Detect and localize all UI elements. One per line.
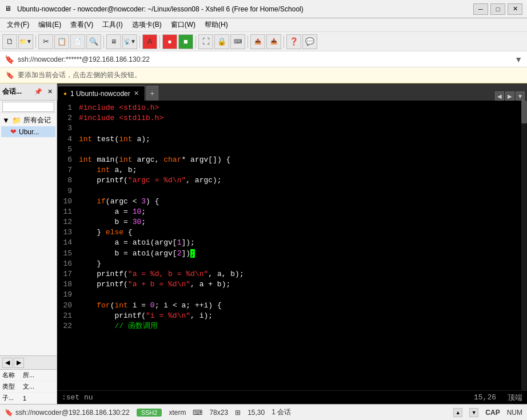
- close-button[interactable]: ✕: [508, 3, 522, 15]
- line-content-2: #include <stdlib.h>: [79, 113, 518, 123]
- line-content-8: printf("argc = %d\n", argc);: [79, 175, 518, 186]
- line-num-20: 20: [58, 301, 79, 311]
- line-num-3: 3: [58, 123, 79, 134]
- status-cursor-icon: ⊞: [235, 409, 241, 417]
- editor-tab-ubuntu[interactable]: ● 1 Ubuntu-nowcoder ✕: [57, 86, 145, 101]
- editor-status-bar: :set nu 15,26 顶端: [57, 390, 527, 404]
- code-line-20: 20 for(int i = 0; i < a; ++i) {: [57, 301, 519, 311]
- panel-pin-button[interactable]: 📌: [34, 87, 43, 97]
- toolbar-find[interactable]: 🔍: [86, 34, 101, 49]
- status-session: 1 会话: [272, 407, 291, 417]
- panel-table-cell-name-value: 所...: [21, 371, 57, 379]
- panel-table-cell-sub-label: 子...: [0, 394, 21, 402]
- status-ssh-text: ssh://nowcoder@192.168.186.130:22: [15, 409, 130, 417]
- tab-nav-menu[interactable]: ▼: [516, 91, 525, 101]
- window-title: Ubuntu-nowcoder - nowcoder@nowcoder: ~/L…: [17, 5, 473, 13]
- code-line-16: 16 }: [57, 259, 519, 269]
- toolbar-expand[interactable]: ⛶: [198, 34, 213, 49]
- toolbar-compose[interactable]: 🖥: [106, 34, 121, 49]
- tab-nav-right-arrow[interactable]: ▶: [505, 91, 514, 101]
- scrollbar[interactable]: [521, 101, 527, 390]
- toolbar-chat[interactable]: 💬: [302, 34, 317, 49]
- code-content: 1 #include <stdio.h> 2 #include <stdlib.…: [57, 101, 527, 334]
- line-num-21: 21: [58, 311, 79, 321]
- panel-table-cell-type-value: 文...: [21, 382, 57, 391]
- line-num-2: 2: [58, 113, 79, 123]
- tree-item-label: 所有会记: [23, 115, 51, 125]
- menu-file[interactable]: 文件(F): [2, 19, 34, 31]
- editor-tab-close[interactable]: ✕: [134, 90, 139, 97]
- line-content-6: int main(int argc, char* argv[]) {: [79, 155, 518, 165]
- line-num-9: 9: [58, 186, 79, 197]
- content-area: 会话... 📌 ✕ ▼ 📁 所有会记 ❤ Ubur...: [0, 83, 527, 404]
- code-editor[interactable]: 1 #include <stdio.h> 2 #include <stdlib.…: [57, 101, 527, 390]
- toolbar-keyboard[interactable]: ⌨: [230, 34, 245, 49]
- menu-window[interactable]: 窗口(W): [166, 19, 200, 31]
- address-dropdown[interactable]: ▼: [514, 55, 522, 64]
- tree-item-all-sessions[interactable]: ▼ 📁 所有会记: [1, 114, 55, 126]
- menu-tools[interactable]: 工具(I): [98, 19, 127, 31]
- toolbar-lock[interactable]: 🔒: [214, 34, 229, 49]
- scroll-up-button[interactable]: ▲: [453, 408, 462, 417]
- panel-table-row-3: 子... 1: [0, 393, 57, 404]
- code-line-14: 14 a = atoi(argv[1]);: [57, 238, 519, 248]
- toolbar-sep-6: [247, 35, 248, 48]
- menu-edit[interactable]: 编辑(E): [34, 19, 66, 31]
- line-content-11: a = 10;: [79, 207, 518, 217]
- status-ssh2-badge: SSH2: [137, 409, 162, 417]
- editor-cmd-mode: :set nu: [62, 393, 474, 402]
- address-text: ssh://nowcoder:******@192.168.186.130:22: [18, 55, 514, 63]
- panel-table-row-1: 名称 所...: [0, 370, 57, 381]
- panel-title: 会话...: [2, 87, 31, 97]
- toolbar-red[interactable]: ●: [162, 34, 177, 49]
- title-bar: 🖥 Ubuntu-nowcoder - nowcoder@nowcoder: ~…: [0, 0, 527, 18]
- toolbar-copy[interactable]: 📋: [54, 34, 69, 49]
- toolbar-help[interactable]: ❓: [286, 34, 301, 49]
- scroll-down-button[interactable]: ▼: [469, 408, 478, 417]
- toolbar-new[interactable]: 🗋: [2, 34, 17, 49]
- toolbar-paste[interactable]: 📄: [70, 34, 85, 49]
- line-content-22: // 函数调用: [79, 321, 518, 331]
- tree-item-ubuntu[interactable]: ❤ Ubur...: [1, 126, 55, 137]
- tree-folder-icon: 📁: [12, 116, 21, 125]
- line-num-12: 12: [58, 217, 79, 227]
- panel-search-input[interactable]: [2, 102, 54, 112]
- code-line-4: 4 int test(int a);: [57, 134, 519, 145]
- toolbar-send[interactable]: 📤: [250, 34, 265, 49]
- panel-table: 名称 所... 类型 文... 子... 1: [0, 369, 57, 404]
- line-num-22: 22: [58, 321, 79, 331]
- line-num-10: 10: [58, 197, 79, 207]
- toolbar-cut[interactable]: ✂: [38, 34, 53, 49]
- menu-help[interactable]: 帮助(H): [200, 19, 233, 31]
- code-line-2: 2 #include <stdlib.h>: [57, 113, 519, 123]
- code-line-1: 1 #include <stdio.h>: [57, 103, 519, 113]
- code-line-17: 17 printf("a = %d, b = %d\n", a, b);: [57, 269, 519, 279]
- ssh-red-icon: 🔖: [5, 409, 13, 417]
- menu-tabs[interactable]: 选项卡(B): [127, 19, 166, 31]
- toolbar-color[interactable]: A: [142, 34, 157, 49]
- panel-close-button[interactable]: ✕: [45, 87, 54, 97]
- editor-tab-bar: ● 1 Ubuntu-nowcoder ✕ + ◀ ▶ ▼: [57, 83, 527, 101]
- editor-cursor-pos: 15,26: [474, 393, 496, 402]
- line-content-12: b = 30;: [79, 217, 518, 227]
- code-line-13: 13 } else {: [57, 227, 519, 238]
- line-num-4: 4: [58, 134, 79, 145]
- minimize-button[interactable]: ─: [473, 3, 488, 15]
- panel-nav-left[interactable]: ◀: [2, 358, 13, 368]
- editor-tab-icon: ●: [63, 90, 67, 97]
- code-line-22: 22 // 函数调用: [57, 321, 519, 331]
- toolbar-open[interactable]: 📁▼: [18, 34, 33, 49]
- panel-nav-right[interactable]: ▶: [14, 358, 24, 368]
- toolbar-receive[interactable]: 📥: [266, 34, 281, 49]
- line-num-17: 17: [58, 269, 79, 279]
- line-num-13: 13: [58, 227, 79, 238]
- maximize-button[interactable]: □: [490, 3, 505, 15]
- info-text: 要添加当前会话，点击左侧的箭头按钮。: [18, 70, 141, 80]
- tab-nav-left-arrow[interactable]: ◀: [495, 91, 504, 101]
- menu-view[interactable]: 查看(V): [66, 19, 98, 31]
- toolbar-compose2[interactable]: 📡▼: [122, 34, 137, 49]
- editor-tab-add[interactable]: +: [146, 86, 158, 101]
- toolbar-green[interactable]: ■: [178, 34, 193, 49]
- toolbar: 🗋 📁▼ ✂ 📋 📄 🔍 🖥 📡▼ A ● ■ ⛶ 🔒 ⌨ 📤 📥 ❓ 💬: [0, 32, 527, 51]
- panel-nav: ◀ ▶: [0, 355, 57, 369]
